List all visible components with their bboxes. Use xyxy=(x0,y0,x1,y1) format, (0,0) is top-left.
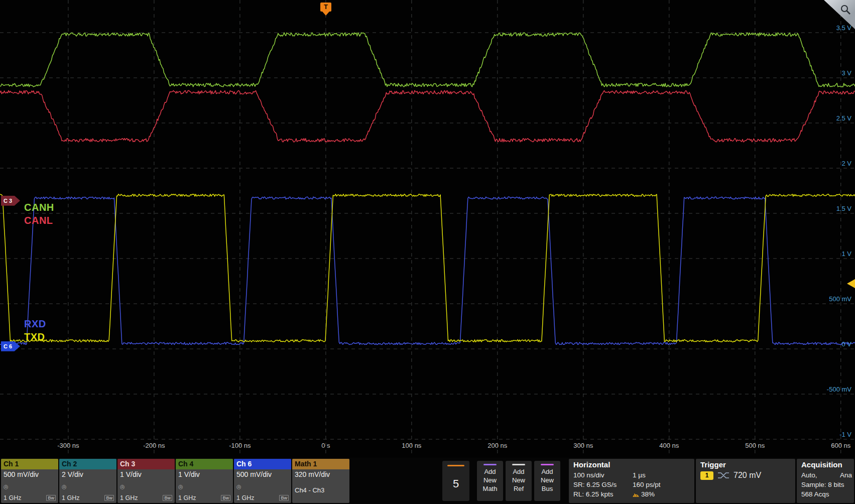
acquisition-sample-depth: Sample: 8 bits xyxy=(801,480,844,489)
compression-percent: 38% xyxy=(641,489,655,499)
trace-rxd xyxy=(0,197,855,344)
trace-canl xyxy=(0,90,855,142)
trigger-badge[interactable]: Trigger 1 720 mV xyxy=(696,459,795,503)
add-new-ref-label: Add New Ref xyxy=(508,467,530,493)
channel-badge-header: Ch 3 xyxy=(117,459,175,469)
add-new-math-label: Add New Math xyxy=(479,467,501,493)
voltage-tick-label: 500 mV xyxy=(788,295,851,303)
probe-icon: ◎ xyxy=(236,483,241,489)
channel-badge-ch6[interactable]: Ch 6 500 mV/div ◎ 1 GHz Bw xyxy=(234,459,291,503)
channel-scale: 1 V/div xyxy=(120,470,172,478)
trigger-flag-pointer-icon xyxy=(322,12,329,16)
math-badge[interactable]: Math 1 320 mV/div Ch4 - Ch3 xyxy=(292,459,349,503)
trigger-title: Trigger xyxy=(700,460,791,469)
sample-rate: SR: 6.25 GS/s xyxy=(573,480,633,489)
add-new-bus-button[interactable]: Add New Bus xyxy=(534,461,560,501)
bandwidth-limit-icon: Bw xyxy=(46,495,56,501)
channel-badge-header: Ch 4 xyxy=(176,459,233,469)
acquisition-title: Acquisition xyxy=(801,460,852,469)
channel-scale: 2 V/div xyxy=(62,470,114,478)
bus-accent-icon xyxy=(541,464,554,465)
math-source: Ch4 - Ch3 xyxy=(295,486,347,494)
horizontal-window: 1 µs xyxy=(633,470,646,480)
voltage-tick-label: 3 V xyxy=(788,69,851,77)
waveform-traces xyxy=(0,33,855,345)
time-tick-label: 100 ns xyxy=(389,442,434,449)
voltage-tick-label: 0 V xyxy=(788,340,851,348)
trace-canh xyxy=(0,33,855,87)
graticule-grid xyxy=(0,0,855,456)
add-new-ref-button[interactable]: Add New Ref xyxy=(506,461,532,501)
resolution: 160 ps/pt xyxy=(633,480,661,489)
time-tick-label: -200 ns xyxy=(132,442,177,449)
trace-txd xyxy=(0,194,855,342)
channel-bandwidth: 1 GHz xyxy=(4,494,21,501)
magnifier-icon xyxy=(840,4,851,15)
compression-gauge-icon xyxy=(633,491,639,497)
collapsed-badges-counter[interactable]: 5 xyxy=(442,461,469,501)
channel-scale: 1 V/div xyxy=(178,470,230,478)
time-tick-label: 300 ns xyxy=(561,442,606,449)
horizontal-badge[interactable]: Horizontal 100 ns/div 1 µs SR: 6.25 GS/s… xyxy=(569,459,694,503)
channel-bandwidth: 1 GHz xyxy=(236,494,254,501)
channel-bandwidth: 1 GHz xyxy=(178,494,196,501)
time-tick-label: 600 ns xyxy=(818,442,855,449)
voltage-tick-label: 2 V xyxy=(788,160,851,167)
channel-badge-header: Ch 1 xyxy=(1,459,58,469)
acquisition-mode: Auto, xyxy=(801,470,817,480)
trigger-position-marker[interactable]: T xyxy=(320,3,331,16)
canl-trace-label: CANL xyxy=(24,215,53,226)
channel-badge-ch3[interactable]: Ch 3 1 V/div ◎ 1 GHz Bw xyxy=(117,459,175,503)
bandwidth-limit-icon: Bw xyxy=(221,495,230,501)
trigger-level: 720 mV xyxy=(734,471,761,480)
badge-bar: Ch 1 500 mV/div ◎ 1 GHz Bw Ch 2 2 V/div … xyxy=(0,458,855,504)
collapsed-counter-value: 5 xyxy=(453,466,459,501)
channel-scale: 500 mV/div xyxy=(4,470,56,478)
voltage-tick-label: -1 V xyxy=(788,431,851,438)
trigger-source-badge: 1 xyxy=(700,471,713,480)
ref-accent-icon xyxy=(512,464,525,465)
record-length: RL: 6.25 kpts xyxy=(573,489,633,499)
voltage-tick-label: 1.5 V xyxy=(788,205,851,212)
probe-icon: ◎ xyxy=(4,483,9,489)
time-tick-label: 0 s xyxy=(303,442,348,449)
channel-badge-ch2[interactable]: Ch 2 2 V/div ◎ 1 GHz Bw xyxy=(59,459,116,503)
channel-scale: 500 mV/div xyxy=(236,470,289,478)
acquisition-mode-extra: Ana xyxy=(840,470,852,480)
time-tick-label: 400 ns xyxy=(647,442,692,449)
probe-icon: ◎ xyxy=(120,483,125,489)
bandwidth-limit-icon: Bw xyxy=(279,495,289,501)
add-new-bus-label: Add New Bus xyxy=(536,467,558,493)
channel-badge-header: Ch 6 xyxy=(234,459,291,469)
acquisition-badge[interactable]: Acquisition Auto, Ana Sample: 8 bits 568… xyxy=(797,459,854,503)
bandwidth-limit-icon: Bw xyxy=(163,495,172,501)
math-accent-icon xyxy=(483,464,497,465)
math-scale: 320 mV/div xyxy=(295,470,347,478)
channel-badge-ch4[interactable]: Ch 4 1 V/div ◎ 1 GHz Bw xyxy=(176,459,233,503)
channel-badge-header: Ch 2 xyxy=(59,459,116,469)
voltage-tick-label: 1 V xyxy=(788,250,851,258)
channel-badge-ch1[interactable]: Ch 1 500 mV/div ◎ 1 GHz Bw xyxy=(1,459,58,503)
voltage-tick-label: 3.5 V xyxy=(788,24,851,32)
txd-trace-label: TXD xyxy=(24,331,45,343)
time-tick-label: -100 ns xyxy=(217,442,263,449)
time-tick-label: -300 ns xyxy=(46,442,91,449)
voltage-tick-label: -500 mV xyxy=(788,386,851,393)
math-badge-header: Math 1 xyxy=(292,459,349,469)
acquisition-count: 568 Acqs xyxy=(801,489,829,499)
oscilloscope-screen: -300 ns-200 ns-100 ns0 s100 ns200 ns300 … xyxy=(0,0,855,504)
channel-bandwidth: 1 GHz xyxy=(120,494,138,501)
add-new-math-button[interactable]: Add New Math xyxy=(477,461,503,501)
trigger-slope-icon xyxy=(717,471,729,479)
voltage-tick-label: 2.5 V xyxy=(788,114,851,122)
trigger-flag-icon: T xyxy=(320,3,331,12)
probe-icon: ◎ xyxy=(178,483,183,489)
trigger-level-arrow-icon[interactable] xyxy=(847,279,855,288)
waveform-display[interactable] xyxy=(0,0,855,458)
channel-bandwidth: 1 GHz xyxy=(62,494,79,501)
canh-trace-label: CANH xyxy=(24,202,54,213)
time-tick-label: 500 ns xyxy=(732,442,778,449)
add-new-buttons: Add New Math Add New Ref Add New Bus xyxy=(477,461,560,501)
probe-icon: ◎ xyxy=(62,483,67,489)
time-tick-label: 200 ns xyxy=(475,442,520,449)
